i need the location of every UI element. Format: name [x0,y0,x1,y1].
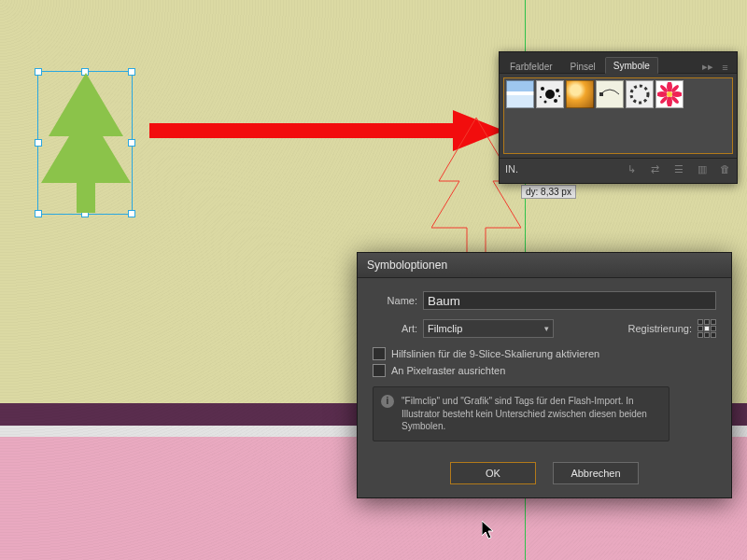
registration-grid[interactable] [698,319,716,338]
mouse-cursor-icon [482,521,497,539]
checkbox-9slice-row[interactable]: Hilfslinien für die 9-Slice-Skalierung a… [373,347,716,360]
info-note: i "Filmclip" und "Grafik" sind Tags für … [373,386,669,441]
registration-control[interactable]: Registrierung: [628,319,716,338]
symbols-panel[interactable]: Farbfelder Pinsel Symbole ▸▸ ≡ [499,51,738,184]
svg-point-6 [558,95,560,97]
registration-label: Registrierung: [628,323,692,334]
svg-point-12 [657,91,668,97]
svg-point-1 [545,90,555,99]
artboard-canvas[interactable]: dy: 8,33 px Farbfelder Pinsel Symbole ▸▸… [0,0,747,560]
svg-point-2 [541,87,544,91]
svg-point-4 [544,101,547,104]
info-icon: i [381,395,394,408]
svg-point-11 [667,96,672,106]
symbol-options-dialog[interactable]: Symboloptionen Name: Art: Filmclip Regis… [357,252,732,498]
type-label: Art: [373,323,423,334]
break-link-icon[interactable]: ⇄ [649,163,661,175]
checkbox-pixelgrid-label: An Pixelraster ausrichten [391,365,505,376]
svg-rect-8 [599,92,603,96]
name-input[interactable] [423,291,716,310]
delete-symbol-icon[interactable]: 🗑 [719,163,731,175]
svg-point-7 [540,96,542,98]
symbol-options-icon[interactable]: ☰ [672,163,684,175]
symbol-ink-splat[interactable] [536,80,564,108]
symbol-gradient-sky[interactable] [506,80,534,108]
ok-button[interactable]: OK [450,462,536,484]
panel-menu-icon[interactable]: ≡ [719,61,731,73]
panel-tabbar: Farbfelder Pinsel Symbole ▸▸ ≡ [500,52,737,74]
svg-point-5 [554,99,557,103]
svg-point-3 [556,89,559,92]
svg-rect-0 [149,123,458,138]
panel-footer: IN. ↳ ⇄ ☰ ▥ 🗑 [500,158,737,179]
checkbox-pixelgrid[interactable] [373,364,386,377]
tab-swatches[interactable]: Farbfelder [501,58,561,74]
cancel-button[interactable]: Abbrechen [553,462,639,484]
new-symbol-icon[interactable]: ▥ [696,163,708,175]
name-label: Name: [373,295,423,306]
svg-point-9 [631,86,648,103]
checkbox-9slice-label: Hilfslinien für die 9-Slice-Skalierung a… [391,348,599,359]
svg-point-10 [667,82,672,92]
checkbox-pixelgrid-row[interactable]: An Pixelraster ausrichten [373,364,716,377]
symbols-grid[interactable] [503,77,733,154]
tab-symbols[interactable]: Symbole [605,57,658,74]
measurement-tooltip: dy: 8,33 px [521,185,576,199]
checkbox-9slice[interactable] [373,347,386,360]
tab-brushes[interactable]: Pinsel [562,58,604,74]
place-symbol-icon[interactable]: ↳ [626,163,638,175]
tree-shape-selected[interactable] [41,73,131,213]
symbol-ribbon[interactable] [596,80,624,108]
symbol-orange-sphere[interactable] [566,80,594,108]
dialog-title: Symboloptionen [358,253,731,278]
info-text: "Filmclip" und "Grafik" sind Tags für de… [402,395,661,433]
panel-collapse-icon[interactable]: ▸▸ [701,61,713,73]
panel-library-menu[interactable]: IN. [505,163,518,175]
symbol-gear-ring[interactable] [626,80,654,108]
svg-point-18 [667,91,672,97]
symbol-flower[interactable] [655,80,684,108]
type-select[interactable]: Filmclip [423,319,554,338]
svg-point-13 [671,91,682,97]
